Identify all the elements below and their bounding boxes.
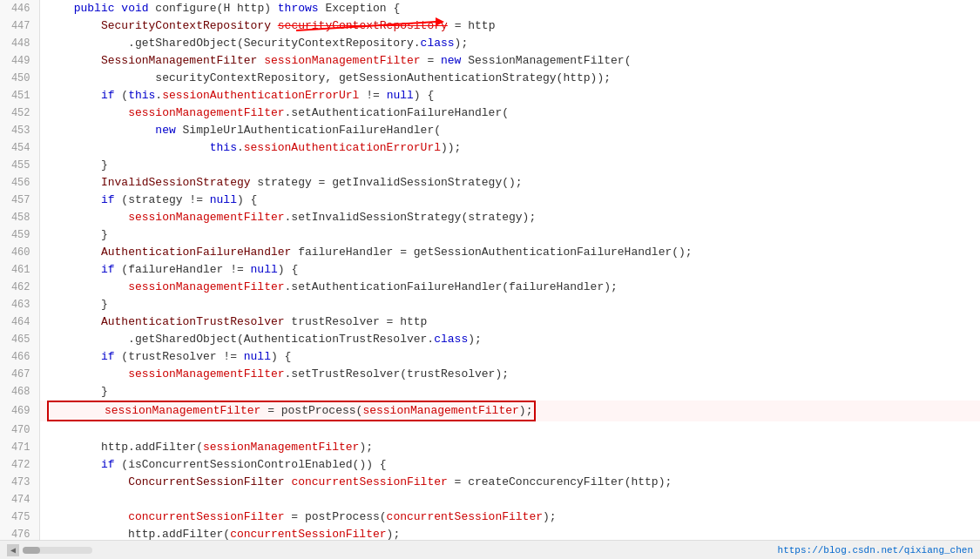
code-line-content: http.addFilter(concurrentSessionFilter); (39, 526, 980, 540)
table-row: 458 sessionManagementFilter.setInvalidSe… (0, 209, 980, 226)
line-number: 458 (0, 209, 39, 226)
table-row: 453 new SimpleUrlAuthenticationFailureHa… (0, 122, 980, 139)
code-line-content: sessionManagementFilter.setInvalidSessio… (39, 209, 980, 226)
table-row: 459 } (0, 226, 980, 244)
code-line-content: securityContextRepository, getSessionAut… (39, 70, 980, 87)
code-line-content: SessionManagementFilter sessionManagemen… (39, 52, 980, 70)
line-number: 453 (0, 122, 39, 139)
table-row: 452 sessionManagementFilter.setAuthentic… (0, 104, 980, 122)
line-number: 464 (0, 313, 39, 331)
code-line-content: http.addFilter(sessionManagementFilter); (39, 439, 980, 456)
line-number: 476 (0, 526, 39, 540)
code-line-content: if (strategy != null) { (39, 192, 980, 209)
line-number: 461 (0, 261, 39, 279)
code-line-content: sessionManagementFilter = postProcess(se… (39, 401, 980, 421)
code-line-content: sessionManagementFilter.setAuthenticatio… (39, 279, 980, 296)
code-line-content: AuthenticationTrustResolver trustResolve… (39, 313, 980, 331)
code-line-content: } (39, 296, 980, 313)
table-row: 447 SecurityContextRepository securityCo… (0, 17, 980, 35)
line-number: 451 (0, 87, 39, 104)
table-row: 448 .getSharedObject(SecurityContextRepo… (0, 35, 980, 52)
line-number: 467 (0, 366, 39, 383)
table-row: 460 AuthenticationFailureHandler failure… (0, 244, 980, 261)
line-number: 447 (0, 17, 39, 35)
code-line-content: InvalidSessionStrategy strategy = getInv… (39, 174, 980, 192)
line-number: 471 (0, 439, 39, 456)
table-row: 451 if (this.sessionAuthenticationErrorU… (0, 87, 980, 104)
table-row: 462 sessionManagementFilter.setAuthentic… (0, 279, 980, 296)
code-line-content (39, 421, 980, 439)
table-row: 464 AuthenticationTrustResolver trustRes… (0, 313, 980, 331)
table-row: 470 (0, 421, 980, 439)
code-line-content: this.sessionAuthenticationErrorUrl)); (39, 139, 980, 157)
code-table: 446 public void configure(H http) throws… (0, 0, 980, 540)
table-row: 466 if (trustResolver != null) { (0, 348, 980, 366)
code-line-content: } (39, 157, 980, 174)
code-line-content: public void configure(H http) throws Exc… (39, 0, 980, 17)
line-number: 470 (0, 421, 39, 439)
table-row: 450 securityContextRepository, getSessio… (0, 70, 980, 87)
footer-bar: ◀ https://blog.csdn.net/qixiang_chen (0, 540, 980, 559)
code-line-content: .getSharedObject(SecurityContextReposito… (39, 35, 980, 52)
table-row: 457 if (strategy != null) { (0, 192, 980, 209)
table-row: 476 http.addFilter(concurrentSessionFilt… (0, 526, 980, 540)
code-line-content: } (39, 226, 980, 244)
code-line-content: AuthenticationFailureHandler failureHand… (39, 244, 980, 261)
code-line-content: .getSharedObject(AuthenticationTrustReso… (39, 331, 980, 348)
table-row: 473 ConcurrentSessionFilter concurrentSe… (0, 474, 980, 491)
line-number: 455 (0, 157, 39, 174)
table-row: 468 } (0, 383, 980, 401)
table-row: 469 sessionManagementFilter = postProces… (0, 401, 980, 421)
code-line-content: if (this.sessionAuthenticationErrorUrl !… (39, 87, 980, 104)
table-row: 467 sessionManagementFilter.setTrustReso… (0, 366, 980, 383)
line-number: 449 (0, 52, 39, 70)
line-number: 462 (0, 279, 39, 296)
code-line-content: new SimpleUrlAuthenticationFailureHandle… (39, 122, 980, 139)
line-number: 457 (0, 192, 39, 209)
line-number: 460 (0, 244, 39, 261)
code-line-content: } (39, 383, 980, 401)
table-row: 456 InvalidSessionStrategy strategy = ge… (0, 174, 980, 192)
table-row: 474 (0, 491, 980, 508)
table-row: 465 .getSharedObject(AuthenticationTrust… (0, 331, 980, 348)
code-line-content: sessionManagementFilter.setTrustResolver… (39, 366, 980, 383)
table-row: 449 SessionManagementFilter sessionManag… (0, 52, 980, 70)
code-line-content: if (isConcurrentSessionControlEnabled())… (39, 456, 980, 474)
line-number: 474 (0, 491, 39, 508)
line-number: 465 (0, 331, 39, 348)
line-number: 469 (0, 401, 39, 421)
code-line-content: if (trustResolver != null) { (39, 348, 980, 366)
line-number: 446 (0, 0, 39, 17)
scroll-indicator: ◀ (7, 544, 92, 556)
code-line-content: if (failureHandler != null) { (39, 261, 980, 279)
table-row: 454 this.sessionAuthenticationErrorUrl))… (0, 139, 980, 157)
line-number: 456 (0, 174, 39, 192)
line-number: 448 (0, 35, 39, 52)
code-line-content: concurrentSessionFilter = postProcess(co… (39, 508, 980, 526)
line-number: 468 (0, 383, 39, 401)
table-row: 471 http.addFilter(sessionManagementFilt… (0, 439, 980, 456)
code-line-content: ConcurrentSessionFilter concurrentSessio… (39, 474, 980, 491)
table-row: 475 concurrentSessionFilter = postProces… (0, 508, 980, 526)
line-number: 473 (0, 474, 39, 491)
line-number: 450 (0, 70, 39, 87)
table-row: 472 if (isConcurrentSessionControlEnable… (0, 456, 980, 474)
code-line-content: SecurityContextRepository securityContex… (39, 17, 980, 35)
code-line-content (39, 491, 980, 508)
scroll-track (23, 547, 92, 554)
line-number: 475 (0, 508, 39, 526)
table-row: 455 } (0, 157, 980, 174)
line-number: 463 (0, 296, 39, 313)
code-container: 446 public void configure(H http) throws… (0, 0, 980, 540)
line-number: 452 (0, 104, 39, 122)
scroll-left-button[interactable]: ◀ (7, 544, 19, 556)
line-number: 472 (0, 456, 39, 474)
line-number: 459 (0, 226, 39, 244)
table-row: 461 if (failureHandler != null) { (0, 261, 980, 279)
table-row: 446 public void configure(H http) throws… (0, 0, 980, 17)
table-row: 463 } (0, 296, 980, 313)
line-number: 466 (0, 348, 39, 366)
code-line-content: sessionManagementFilter.setAuthenticatio… (39, 104, 980, 122)
line-number: 454 (0, 139, 39, 157)
footer-url: https://blog.csdn.net/qixiang_chen (778, 545, 973, 556)
